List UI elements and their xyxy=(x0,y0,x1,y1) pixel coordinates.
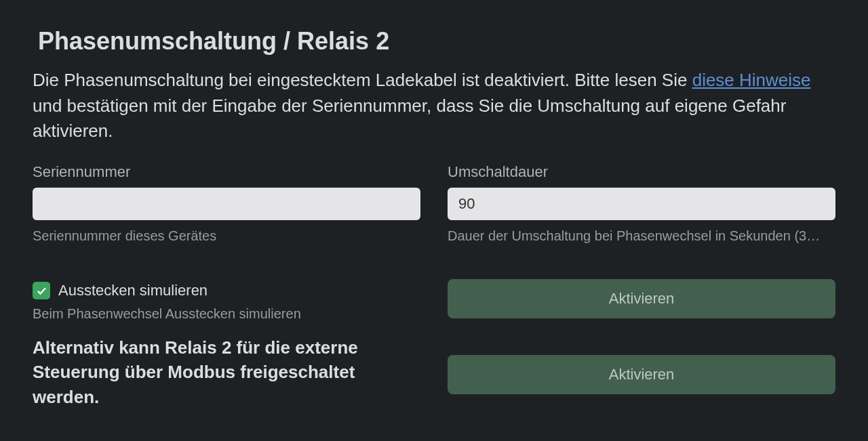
description-part1: Die Phasenumschaltung bei eingestecktem … xyxy=(33,70,692,90)
form-grid: Seriennummer Seriennummer dieses Gerätes… xyxy=(33,163,835,409)
duration-label: Umschaltdauer xyxy=(448,163,835,181)
duration-input[interactable] xyxy=(448,188,835,220)
activate-phase-switching-button[interactable]: Aktivieren xyxy=(448,279,835,318)
left-lower-section: Ausstecken simulieren Beim Phasenwechsel… xyxy=(33,244,420,409)
simulate-unplug-label: Ausstecken simulieren xyxy=(58,282,208,299)
page-description: Die Phasenumschaltung bei eingestecktem … xyxy=(33,68,835,144)
serial-input[interactable] xyxy=(33,188,420,220)
activate-relay2-modbus-button[interactable]: Aktivieren xyxy=(448,355,835,394)
serial-label: Seriennummer xyxy=(33,163,420,181)
serial-help: Seriennummer dieses Gerätes xyxy=(33,228,420,244)
simulate-unplug-row: Ausstecken simulieren xyxy=(33,282,420,299)
simulate-unplug-checkbox[interactable] xyxy=(33,282,50,299)
check-icon xyxy=(35,285,47,297)
simulate-unplug-help: Beim Phasenwechsel Ausstecken simulieren xyxy=(33,306,420,322)
duration-help: Dauer der Umschaltung bei Phasenwechsel … xyxy=(448,228,835,244)
button-column: Aktivieren Aktivieren xyxy=(448,279,835,409)
page-title: Phasenumschaltung / Relais 2 xyxy=(38,27,835,56)
serial-field-group: Seriennummer Seriennummer dieses Gerätes xyxy=(33,163,420,244)
description-part2: und bestätigen mit der Eingabe der Serie… xyxy=(33,96,786,142)
notes-link[interactable]: diese Hinweise xyxy=(692,70,811,90)
alternative-text: Alternativ kann Relais 2 für die externe… xyxy=(33,335,420,409)
duration-field-group: Umschaltdauer Dauer der Umschaltung bei … xyxy=(448,163,835,244)
